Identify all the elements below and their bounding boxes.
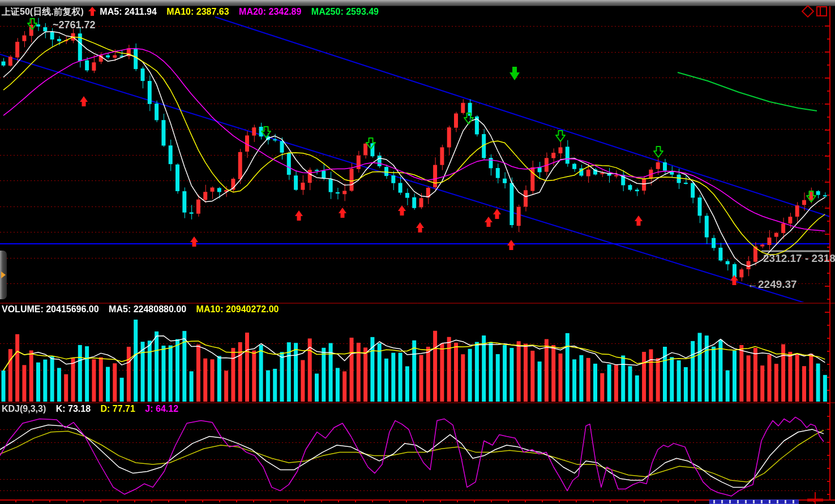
kdj-d-value: D: 77.71 <box>101 404 135 413</box>
kdj-k-value: K: 73.18 <box>56 404 91 413</box>
ma5-value: MA5: 2411.94 <box>100 7 157 16</box>
volume-ma5-value: MA5: 22480880.00 <box>109 304 186 314</box>
kdj-params: KDJ(9,3,3) <box>2 404 46 413</box>
ma10-value: MA10: 2387.63 <box>166 7 229 16</box>
volume-ma10-value: MA10: 20940272.00 <box>196 304 279 314</box>
symbol-title: 上证50(日线.前复权) <box>2 7 84 16</box>
chart-canvas[interactable] <box>0 0 835 504</box>
window-titlebar[interactable] <box>0 0 835 6</box>
volume-pane-header: VOLUME: 20415696.00 MA5: 22480880.00 MA1… <box>2 304 286 315</box>
split-window-icon[interactable] <box>816 6 827 16</box>
ma20-value: MA20: 2342.89 <box>239 7 301 16</box>
gap-range-annotation: 2312.17 - 2318 <box>763 252 835 265</box>
kdj-pane-header: KDJ(9,3,3) K: 73.18 D: 77.71 J: 64.12 <box>2 404 186 414</box>
expand-arrow-icon <box>1 272 6 278</box>
peak-price-annotation: ~2761.72 <box>53 19 96 31</box>
stock-chart-window: 上证50(日线.前复权) MA5: 2411.94 MA10: 2387.63 … <box>0 0 835 504</box>
volume-value: VOLUME: 20415696.00 <box>2 304 99 314</box>
diamond-icon[interactable] <box>802 5 815 18</box>
kdj-j-value: J: 64.12 <box>145 404 178 413</box>
ma250-value: MA250: 2593.49 <box>311 7 379 16</box>
low-price-annotation: ←2249.37 <box>747 278 797 291</box>
sidebar-expand-button[interactable] <box>0 251 7 299</box>
price-pane-header: 上证50(日线.前复权) MA5: 2411.94 MA10: 2387.63 … <box>2 6 386 18</box>
timeline-selection-indicator[interactable] <box>709 499 799 504</box>
buy-signal-up-arrow-icon <box>88 7 96 16</box>
